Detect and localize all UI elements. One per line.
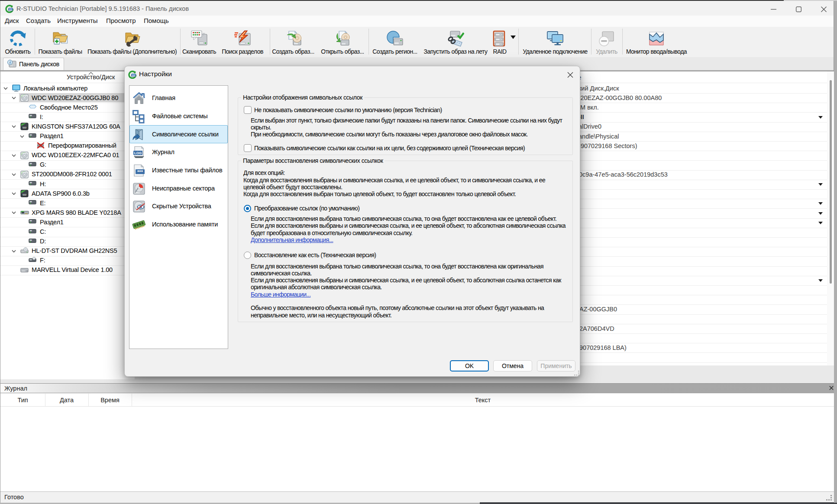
tree-row[interactable]: Раздел1 [0,132,135,142]
radio-recover-as-is[interactable] [244,252,251,259]
menu-item-1[interactable]: Диск [5,17,19,24]
property-row: кий Диск,Диск [574,84,827,94]
checkbox-show-symlinks-as-links-label: Показывать символические ссылки как ссыл… [254,145,525,152]
left-edge [0,1,0,503]
toolbar-separator [368,29,369,55]
tree-row[interactable]: MARVELL Virtual Device 1.00 [0,265,135,275]
chevron-down-icon[interactable] [11,210,16,215]
journal-column-header[interactable]: Дата [60,397,74,404]
tree-row[interactable]: ST2000DM008-2FR102 0001 [0,170,135,180]
tree-row[interactable]: WDC WD20EZAZ-00GGJB0 80 [0,93,135,103]
menu-item-5[interactable]: Помощь [144,17,169,24]
more-info-link[interactable]: Дополнительная информация... [251,236,333,243]
tree-row[interactable]: Раздел1 [0,217,135,227]
more-information-link[interactable]: Больше информации... [251,291,310,298]
tab-disk-panel[interactable]: i Панель дисков [3,58,64,70]
sidebar-item-home[interactable]: Главная [130,89,227,107]
chevron-down-icon[interactable] [11,95,16,100]
status-bar: Готово [0,491,834,503]
property-row [574,257,827,267]
tree-row[interactable]: I: [0,112,135,122]
scrollbar-thumb[interactable] [830,80,832,284]
tree-row[interactable]: G: [0,160,135,170]
sidebar-item-bad-sectors[interactable]: Неисправные сектора [130,180,227,198]
partition-icon [29,161,37,169]
combo-dropdown-icon[interactable] [818,212,823,215]
radio-convert-links[interactable] [244,205,251,212]
combo-dropdown-icon[interactable] [818,116,823,119]
tree-row[interactable]: Свободное Место25 [0,103,135,113]
chevron-down-icon[interactable] [11,153,16,158]
tree-row[interactable]: XPG MARS 980 BLADE Y0218A [0,208,135,218]
property-row: andle\Physical [574,132,827,142]
sidebar-item-hidden-devices[interactable]: Скрытые Устройства [130,197,227,216]
combo-dropdown-icon[interactable] [818,279,823,282]
chevron-down-icon[interactable] [11,124,16,129]
tree-row[interactable]: E: [0,198,135,208]
window-title: R-STUDIO Technician [Portable] 9.5.19168… [16,5,189,12]
menu-item-label: Создать [26,17,51,24]
dialog-resize-grip[interactable] [574,371,579,376]
property-row [574,199,827,209]
maximize-button[interactable] [789,3,808,15]
menu-item-3[interactable]: Инструменты [57,17,98,24]
tree-row[interactable]: HL-DT-ST DVDRAM GH22NS5 [0,246,135,256]
bad-sectors-icon [132,182,146,196]
journal-table: Тип Дата Время Текст [0,394,834,491]
toolbar-separator [622,29,623,55]
tree-row[interactable]: H: [0,179,135,189]
close-button[interactable] [814,3,834,15]
sidebar-item-memory-usage[interactable]: Использование памяти [130,216,227,234]
chevron-down-icon[interactable] [11,191,16,196]
combo-dropdown-icon[interactable] [818,202,823,205]
resize-grip[interactable] [826,495,832,501]
sidebar-item-log[interactable]: LOG Журнал [130,143,227,162]
chevron-down-icon[interactable] [19,134,25,139]
right-edge [834,1,837,503]
tree-row[interactable]: Локальный компьютер [0,84,135,94]
chevron-down-icon[interactable] [3,86,8,91]
minimize-button[interactable] [763,3,783,15]
property-row: IM вкл. [574,103,827,113]
sidebar-item-symbolic-links[interactable]: Символические ссылки [129,125,228,143]
menu-item-4[interactable]: Просмотр [106,17,136,24]
sidebar-item-known-file-types[interactable]: *** Известные типы файлов [130,162,227,180]
menu-item-2[interactable]: Создать [26,17,51,24]
partition-icon [29,132,37,140]
tree-row[interactable]: Переформатированный [0,141,135,151]
cancel-button[interactable]: Отмена [493,360,532,372]
ok-button[interactable]: OK [450,360,489,372]
toolbar-button-io-monitor[interactable]: Монитор ввода/вывода [609,30,704,55]
journal-column-header[interactable]: Текст [475,397,491,404]
checkbox-hide-symlinks[interactable] [244,106,252,114]
checkbox-hide-symlinks-label: Не показывать символические ссылки по ум… [254,107,442,113]
tree-row[interactable]: SSD KINGSTON SHFS37A120G 60A [0,122,135,132]
journal-column-header[interactable]: Время [100,397,120,404]
checkbox-show-symlinks-as-links[interactable] [244,144,252,152]
properties-scrollbar[interactable] [827,71,834,365]
io-monitor-icon [648,30,665,47]
tree-row[interactable]: D: [0,237,135,247]
property-value: 0c9a-47e5-aca3-56c2019d3c53 [579,171,668,178]
journal-panel-header[interactable]: Журнал [0,383,834,393]
tree-row[interactable]: WDC WD10EZEX-22MFCA0 01 [0,151,135,161]
property-row: alDrive0 [574,122,827,132]
display-settings-group: Настройки отображения символьных ссылокН… [238,97,573,155]
tree-row[interactable]: C: [0,227,135,237]
property-row [574,266,827,276]
journal-column-header[interactable]: Тип [17,397,28,404]
chevron-down-icon[interactable] [11,172,16,177]
combo-dropdown-icon[interactable] [818,222,823,224]
menu-item-label: Диск [5,17,19,24]
memory-usage-icon [132,218,146,232]
dialog-close-button[interactable] [563,69,578,81]
partition-icon [29,228,37,236]
tree-row[interactable]: F: [0,256,135,266]
tree-column-header[interactable]: Устройство/Диск [0,71,135,83]
property-row [574,314,827,324]
sidebar-item-file-systems[interactable]: Файловые системы [130,107,227,126]
chevron-down-icon[interactable] [11,249,16,254]
tree-row[interactable]: SSD ADATA SP900 6.0.3b [0,189,135,199]
ssd-icon: SSD [20,123,29,130]
combo-dropdown-icon[interactable] [818,183,823,186]
